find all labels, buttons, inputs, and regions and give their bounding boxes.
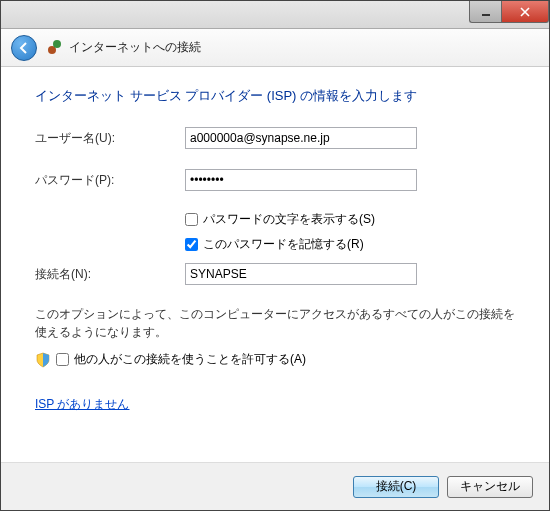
password-label: パスワード(P): xyxy=(35,172,185,189)
header: インターネットへの接続 xyxy=(1,29,549,67)
username-label: ユーザー名(U): xyxy=(35,130,185,147)
minimize-button[interactable] xyxy=(469,1,501,23)
remember-password-label: このパスワードを記憶する(R) xyxy=(203,236,364,253)
instruction-text: インターネット サービス プロバイダー (ISP) の情報を入力します xyxy=(35,87,515,105)
minimize-icon xyxy=(481,7,491,17)
username-row: ユーザー名(U): xyxy=(35,127,515,149)
connection-name-label: 接続名(N): xyxy=(35,266,185,283)
network-icon xyxy=(45,40,61,56)
no-isp-link[interactable]: ISP がありません xyxy=(35,397,129,411)
description-text: このオプションによって、このコンピューターにアクセスがあるすべての人がこの接続を… xyxy=(35,305,515,341)
username-input[interactable] xyxy=(185,127,417,149)
wizard-window: インターネットへの接続 インターネット サービス プロバイダー (ISP) の情… xyxy=(0,0,550,511)
svg-rect-0 xyxy=(482,14,490,16)
close-icon xyxy=(520,7,530,17)
back-button[interactable] xyxy=(11,35,37,61)
show-password-row: パスワードの文字を表示する(S) xyxy=(185,211,515,228)
remember-password-checkbox[interactable] xyxy=(185,238,198,251)
connection-name-row: 接続名(N): xyxy=(35,263,515,285)
allow-others-checkbox[interactable] xyxy=(56,353,69,366)
connection-name-input[interactable] xyxy=(185,263,417,285)
show-password-label: パスワードの文字を表示する(S) xyxy=(203,211,375,228)
remember-password-row: このパスワードを記憶する(R) xyxy=(185,236,515,253)
shield-icon xyxy=(35,352,51,368)
password-row: パスワード(P): xyxy=(35,169,515,191)
connect-button[interactable]: 接続(C) xyxy=(353,476,439,498)
password-input[interactable] xyxy=(185,169,417,191)
close-button[interactable] xyxy=(501,1,549,23)
cancel-button[interactable]: キャンセル xyxy=(447,476,533,498)
content-area: インターネット サービス プロバイダー (ISP) の情報を入力します ユーザー… xyxy=(1,67,549,462)
arrow-left-icon xyxy=(17,41,31,55)
titlebar xyxy=(1,1,549,29)
header-title: インターネットへの接続 xyxy=(69,39,201,56)
allow-others-label: 他の人がこの接続を使うことを許可する(A) xyxy=(74,351,306,368)
allow-others-row: 他の人がこの接続を使うことを許可する(A) xyxy=(35,351,515,368)
show-password-checkbox[interactable] xyxy=(185,213,198,226)
footer: 接続(C) キャンセル xyxy=(1,462,549,510)
titlebar-buttons xyxy=(469,1,549,28)
